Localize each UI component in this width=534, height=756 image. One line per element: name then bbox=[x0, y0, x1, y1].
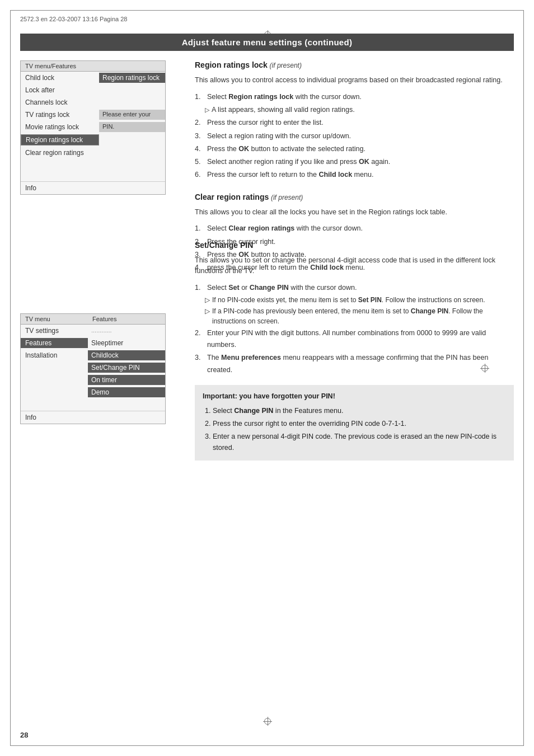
tv-menu2-demo-empty bbox=[21, 387, 88, 397]
tv-menu2-installation-label: Installation bbox=[21, 350, 88, 360]
tv-menu2-ontimer-value: On timer bbox=[88, 375, 165, 385]
page-number: 28 bbox=[20, 731, 28, 739]
step-pin-1-sub2: ▷ If a PIN-code has previously been ente… bbox=[205, 306, 514, 326]
tv-menu-movie-ratings-label: Movie ratings lock bbox=[21, 122, 99, 132]
step-clear-1: 1. Select Clear region ratings with the … bbox=[195, 223, 514, 234]
setpin-desc: This allows you to set or change the per… bbox=[195, 255, 514, 276]
step-region-3: 3. Select a region rating with the curso… bbox=[195, 130, 514, 142]
page-border-left bbox=[10, 10, 11, 746]
tv-menu-2-header: TV menu Features bbox=[21, 314, 165, 325]
step-region-1-sub: ▷ A list appears, showing all valid regi… bbox=[205, 104, 514, 116]
tv-menu2-tv-settings-label: TV settings bbox=[21, 326, 88, 336]
page-title: Adjust feature menu settings (continued) bbox=[20, 34, 514, 51]
setpin-steps: 1. Select Set or Change PIN with the cur… bbox=[195, 282, 514, 376]
setpin-title: Set/Change PIN bbox=[195, 241, 253, 250]
tv-menu-1: TV menu/Features Child lock Region ratin… bbox=[20, 60, 166, 195]
step-pin-1: 1. Select Set or Change PIN with the cur… bbox=[195, 282, 514, 294]
tv-menu-2-info: Info bbox=[21, 411, 165, 424]
clear-region-title: Clear region ratings bbox=[195, 192, 269, 201]
step-region-4: 4. Press the OK button to activate the s… bbox=[195, 143, 514, 155]
tv-menu-pin-prompt-1: Please enter your bbox=[99, 110, 165, 120]
tv-menu2-features-label: Features bbox=[21, 338, 88, 348]
tv-menu-2-header-left: TV menu bbox=[25, 316, 92, 322]
tv-menu-lock-after-value bbox=[99, 85, 165, 95]
tv-menu2-features-sleeptimer: Sleeptimer bbox=[88, 338, 165, 348]
step-region-1: 1. Select Region ratings lock with the c… bbox=[195, 91, 514, 103]
tv-menu2-childlock-value: Childlock bbox=[88, 350, 165, 360]
region-ratings-desc: This allows you to control access to ind… bbox=[195, 75, 514, 86]
important-steps: Select Change PIN in the Features menu. … bbox=[203, 405, 506, 453]
tv-menu2-row-demo: Demo bbox=[21, 386, 165, 398]
clear-region-desc: This allows you to clear all the locks y… bbox=[195, 207, 514, 218]
tv-menu2-row-setpin: Set/Change PIN bbox=[21, 361, 165, 374]
tv-menu-row-movie-ratings: Movie ratings lock PIN. bbox=[21, 121, 165, 133]
tv-menu-row-tv-ratings: TV ratings lock Please enter your bbox=[21, 109, 165, 121]
tv-menu-pin-prompt-2: PIN. bbox=[99, 122, 165, 132]
tv-menu2-row-features: Features Sleeptimer bbox=[21, 337, 165, 349]
tv-menu-1-container: TV menu/Features Child lock Region ratin… bbox=[20, 60, 182, 195]
region-ratings-title: Region ratings lock bbox=[195, 60, 268, 69]
tv-menu-1-header: TV menu/Features bbox=[21, 61, 165, 72]
step-pin-3: 3. The Menu preferences menu reappears w… bbox=[195, 352, 514, 376]
tv-menu-clear-region-value bbox=[99, 148, 165, 158]
tv-menu2-row-ontimer: On timer bbox=[21, 374, 165, 386]
step-region-2: 2. Press the cursor right to enter the l… bbox=[195, 117, 514, 129]
region-ratings-steps: 1. Select Region ratings lock with the c… bbox=[195, 91, 514, 181]
tv-menu-region-ratings-value bbox=[99, 134, 165, 145]
tv-menu-row-lock-after: Lock after bbox=[21, 84, 165, 96]
important-box: Important: you have forgotten your PIN! … bbox=[195, 385, 514, 461]
tv-menu2-tv-settings-value: ............ bbox=[88, 326, 165, 336]
tv-menu-row-channels-lock: Channels lock bbox=[21, 96, 165, 109]
tv-menu-1-info: Info bbox=[21, 181, 165, 194]
tv-menu-2-container: TV menu Features TV settings ...........… bbox=[20, 313, 182, 424]
region-ratings-subtitle: (if present) bbox=[270, 62, 302, 69]
clear-region-subtitle: (if present) bbox=[271, 194, 303, 201]
tv-menu-lock-after-label: Lock after bbox=[21, 85, 99, 95]
page-border-bottom bbox=[10, 745, 524, 746]
tv-menu-child-lock-label: Child lock bbox=[21, 73, 99, 83]
tv-menu-channels-lock-value bbox=[99, 97, 165, 107]
tv-menu-region-ratings-lock-value: Region ratings lock bbox=[99, 73, 165, 83]
tv-menu-row-clear-region: Clear region ratings bbox=[21, 147, 165, 159]
important-step-2: Press the cursor right to enter the over… bbox=[213, 418, 506, 429]
step-region-5: 5. Select another region rating if you l… bbox=[195, 156, 514, 168]
page-border-right bbox=[523, 10, 524, 746]
tv-menu2-setpin-value: Set/Change PIN bbox=[88, 363, 165, 373]
step-region-6: 6. Press the cursor left to return to th… bbox=[195, 169, 514, 181]
important-step-3: Enter a new personal 4-digit PIN code. T… bbox=[213, 431, 506, 453]
tv-menu-row-empty1 bbox=[21, 159, 165, 169]
tv-menu-row-region-ratings: Region ratings lock bbox=[21, 133, 165, 147]
crosshair-bottom bbox=[263, 717, 272, 726]
tv-menu-row-child-lock: Child lock Region ratings lock bbox=[21, 72, 165, 84]
tv-menu2-setpin-empty bbox=[21, 363, 88, 373]
tv-menu-channels-lock-label: Channels lock bbox=[21, 97, 99, 107]
setpin-section: Set/Change PIN This allows you to set or… bbox=[195, 241, 514, 461]
page-stamp: 2572.3 en 22-03-2007 13:16 Pagina 28 bbox=[20, 16, 127, 22]
important-step-1: Select Change PIN in the Features menu. bbox=[213, 405, 506, 416]
tv-menu-row-empty2 bbox=[21, 169, 165, 179]
tv-menu2-row-empty bbox=[21, 398, 165, 408]
tv-menu2-ontimer-empty bbox=[21, 375, 88, 385]
tv-menu-clear-region-label: Clear region ratings bbox=[21, 148, 99, 158]
important-title: Important: you have forgotten your PIN! bbox=[203, 391, 506, 402]
step-pin-1-sub1: ▷ If no PIN-code exists yet, the menu it… bbox=[205, 295, 514, 305]
tv-menu2-row-installation: Installation Childlock bbox=[21, 349, 165, 361]
page-border-top bbox=[10, 10, 524, 11]
tv-menu-2: TV menu Features TV settings ...........… bbox=[20, 313, 166, 424]
tv-menu-region-ratings-label: Region ratings lock bbox=[21, 134, 99, 145]
step-pin-2: 2. Enter your PIN with the digit buttons… bbox=[195, 327, 514, 351]
tv-menu2-demo-value: Demo bbox=[88, 387, 165, 397]
tv-menu-tv-ratings-label: TV ratings lock bbox=[21, 110, 99, 120]
tv-menu-2-header-right: Features bbox=[92, 316, 116, 322]
tv-menu2-row-tv-settings: TV settings ............ bbox=[21, 325, 165, 337]
